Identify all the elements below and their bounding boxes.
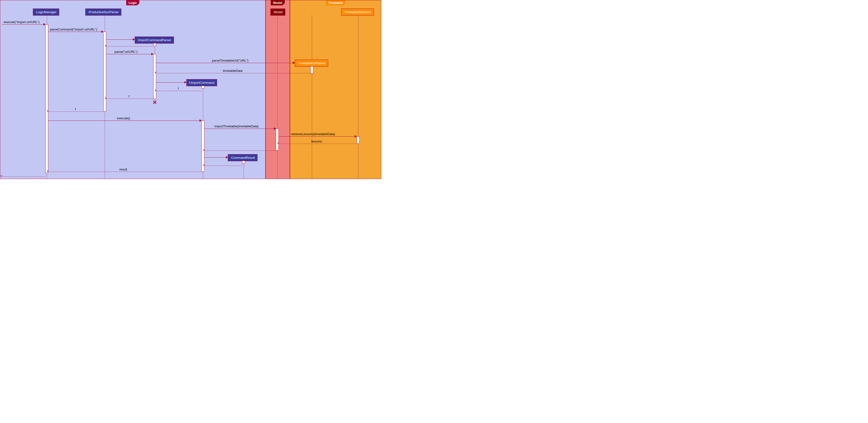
arrowhead-parsecommand <box>101 30 103 33</box>
participant-timetableretriever: :TimetableRetriever <box>341 8 374 15</box>
frame-model-label: Model <box>271 0 285 5</box>
arrow-timetabledata <box>156 73 310 73</box>
arrow-create-cr <box>205 157 228 158</box>
destroy-importcommandparser: ✕ <box>153 99 157 106</box>
msg-parse: parse("url/URL") <box>115 50 137 54</box>
arrow-retrievelessons <box>279 136 356 137</box>
msg-retrievelessons: retrieveLessons(timetableData) <box>291 132 335 136</box>
arrow-return-model <box>205 151 276 151</box>
msg-lessons: lessons <box>311 139 322 143</box>
arrow-return-f2 <box>106 99 153 99</box>
arrow-final-return <box>2 176 45 177</box>
arrowhead-create-ic <box>184 81 187 84</box>
arrow-execute1 <box>2 24 45 25</box>
activation-importcommand-create <box>202 86 205 89</box>
arrow-execute2 <box>48 121 202 121</box>
participant-importcommandparser: :ImportCommandParser <box>135 36 174 43</box>
sequence-diagram: Logic Model Timetable :LogicManager :Pro… <box>0 0 381 185</box>
msg-parsecommand: parseCommand("import url/URL") <box>50 28 97 31</box>
frame-logic-label: Logic <box>126 0 140 5</box>
participant-timetableurlparser: :TimetableUrlParser <box>295 60 328 67</box>
arrowhead-retrievelessons <box>355 135 357 138</box>
lifeline-timetableurlparser <box>312 66 312 179</box>
arrow-return-icp <box>106 46 153 46</box>
arrow-create-icp <box>106 39 135 40</box>
activation-logicmanager <box>45 24 48 173</box>
arrowhead-execute1 <box>43 23 45 26</box>
lifeline-timetableurlparser-pre <box>312 15 312 60</box>
arrowhead-create-cr <box>226 156 228 159</box>
msg-timetabledata: timetableData <box>223 69 242 72</box>
participant-commandresult: :CommandResult <box>228 154 257 161</box>
participant-productivenusparser: :ProductiveNusParser <box>85 8 121 15</box>
msg-result: result <box>119 167 127 171</box>
participant-importcommand: f:ImportCommand <box>186 79 217 86</box>
arrow-create-ic <box>156 82 186 83</box>
msg-f1: f <box>178 87 179 90</box>
msg-parsetimetableurl: parseTimetableUrl("URL") <box>212 59 248 62</box>
activation-commandresult-create <box>242 161 245 164</box>
arrow-return-f3 <box>48 111 103 112</box>
arrowhead-parsetimetableurl <box>293 62 295 64</box>
frame-timetable-label: Timetable <box>326 0 345 5</box>
activation-timetableretriever <box>356 136 360 144</box>
activation-model <box>276 129 279 151</box>
arrowhead-create-icp <box>133 38 135 41</box>
frame-model: Model <box>266 0 290 179</box>
msg-f3: f <box>75 107 76 111</box>
participant-model: :Model <box>271 8 285 15</box>
activation-importcommandparser <box>153 54 156 99</box>
msg-f2: f <box>129 95 130 98</box>
arrowhead-importtimetable <box>274 127 276 130</box>
arrowhead-execute2 <box>199 119 202 122</box>
msg-execute2: execute() <box>117 117 130 120</box>
msg-importtimetable: importTimetable(timetableData) <box>214 124 259 128</box>
frame-timetable: Timetable <box>290 0 381 179</box>
arrowhead-parse <box>151 53 153 55</box>
arrow-parsecommand <box>48 32 103 32</box>
participant-logicmanager: :LogicManager <box>33 8 59 15</box>
activation-importcommandparser-create <box>153 43 156 46</box>
activation-timetableurlparser <box>310 66 313 73</box>
arrow-importtimetable <box>205 129 276 129</box>
msg-execute1: execute("import url/URL") <box>4 20 39 24</box>
lifeline-timetableretriever <box>358 15 359 179</box>
frame-logic: Logic <box>0 0 266 179</box>
